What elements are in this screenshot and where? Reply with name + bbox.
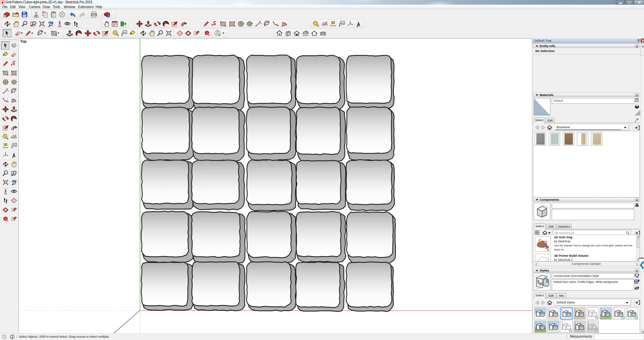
svg-text:12: 12 — [332, 21, 334, 24]
svg-text:12: 12 — [4, 143, 7, 146]
svg-text:?: ? — [3, 335, 5, 338]
svg-text:A1: A1 — [123, 31, 127, 34]
svg-text:A1: A1 — [13, 143, 16, 146]
svg-text:A1: A1 — [341, 21, 344, 25]
